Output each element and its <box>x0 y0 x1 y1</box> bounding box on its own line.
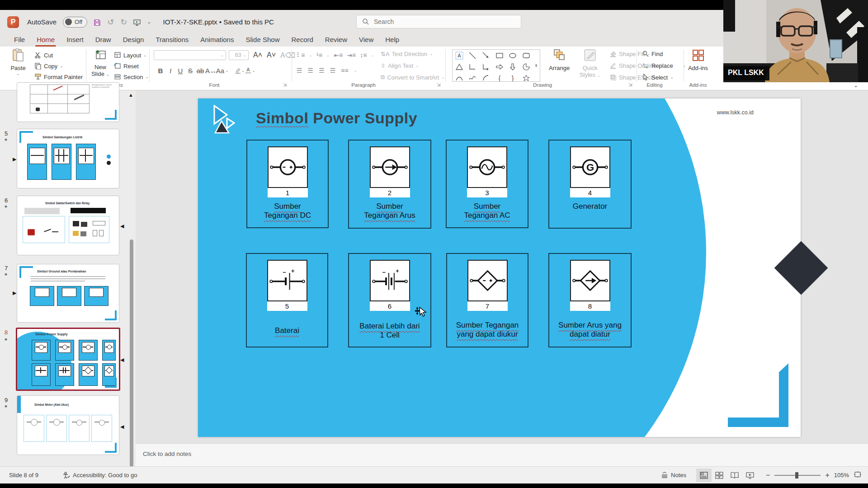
symbol-card-1[interactable]: 1 SumberTegangan DC <box>246 140 329 228</box>
replace-button[interactable]: bc Replace⌄ <box>642 61 686 70</box>
change-case-chevron[interactable]: ⌄ <box>225 68 229 73</box>
shape-oval[interactable] <box>509 52 517 60</box>
shape-textbox[interactable]: A <box>455 52 463 60</box>
clear-formatting-button[interactable]: A⌫ <box>280 51 295 60</box>
search-input[interactable]: Search <box>356 15 521 28</box>
tab-review[interactable]: Review <box>319 36 353 47</box>
shape-elbow-arrow-connector[interactable] <box>482 63 490 71</box>
align-right-button[interactable]: ☰ <box>319 67 325 74</box>
tab-home[interactable]: Home <box>31 36 61 47</box>
shrink-font-button[interactable]: A˅ <box>267 51 276 59</box>
tab-design[interactable]: Design <box>117 36 150 47</box>
format-painter-button[interactable]: Format Painter <box>34 72 83 82</box>
shape-right-brace[interactable]: } <box>509 74 517 82</box>
tab-transitions[interactable]: Transitions <box>150 36 194 47</box>
find-button[interactable]: Find <box>642 49 663 59</box>
shape-arc[interactable] <box>482 74 490 82</box>
start-slideshow-icon[interactable] <box>133 18 141 26</box>
notes-placeholder[interactable]: Click to add notes <box>143 450 191 457</box>
scroll-up-icon[interactable]: ▲ <box>128 92 133 98</box>
justify-button[interactable]: ☰ <box>330 67 336 74</box>
columns-button[interactable]: ≡≡ <box>341 67 348 74</box>
symbol-card-6[interactable]: −+ 6 Baterai Lebih dari1 Cell <box>348 253 431 347</box>
slide-canvas[interactable]: Simbol Power Supply www.lskk.co.id 1 Sum… <box>198 99 801 437</box>
arrange-button[interactable]: Arrange <box>546 48 572 71</box>
font-size-combobox[interactable]: 63⌄ <box>229 50 249 60</box>
shape-triangle[interactable] <box>455 63 463 71</box>
slide-thumbnail-4[interactable]: Menggambarkan sebuah komponen elektronik… <box>17 82 119 122</box>
save-icon[interactable] <box>94 18 101 26</box>
select-button[interactable]: Select⌄ <box>642 72 674 82</box>
convert-smartart-button[interactable]: ⧉ Convert to SmartArt⌄ <box>381 72 445 82</box>
thumbnail-scrollbar[interactable] <box>130 239 133 483</box>
reading-view-button[interactable] <box>727 469 742 482</box>
customize-qat-icon[interactable]: ⌄ <box>147 19 151 24</box>
addins-button[interactable]: Add-ins <box>685 48 711 71</box>
paragraph-dialog-launcher[interactable]: ⇲ <box>437 82 440 87</box>
slide-thumbnail-8-selected[interactable]: Simbol Power Supply <box>16 328 120 391</box>
symbol-card-2[interactable]: 2 SumberTegangan Arus <box>348 140 431 229</box>
shape-partial-circle[interactable] <box>522 63 530 71</box>
italic-button[interactable]: I <box>165 67 175 75</box>
document-title[interactable]: IOT-X-7-SKE.pptx • Saved to this PC <box>163 18 274 26</box>
shape-curve[interactable] <box>455 74 463 82</box>
tab-draw[interactable]: Draw <box>90 36 117 47</box>
slide-thumbnail-7[interactable]: Simbol Ground atau Pentanahan <box>17 264 119 323</box>
shape-arrow-right[interactable] <box>495 63 504 71</box>
fit-slide-button[interactable] <box>854 471 862 479</box>
numbering-button[interactable]: ¹≡ <box>316 52 322 59</box>
notes-pane[interactable]: Click to add notes <box>136 443 868 466</box>
shape-arrow-down[interactable] <box>509 63 517 71</box>
shape-line[interactable] <box>468 52 476 60</box>
character-spacing-icon[interactable]: A↔ <box>205 67 215 75</box>
strikethrough-button[interactable]: S <box>185 67 195 75</box>
shape-arrow-line[interactable] <box>482 52 490 60</box>
symbol-card-7[interactable]: 7 Sumber Teganganyang dapat diukur <box>446 253 528 347</box>
redo-icon[interactable]: ↻ <box>120 18 127 26</box>
tab-record[interactable]: Record <box>285 36 319 47</box>
tab-insert[interactable]: Insert <box>61 36 90 47</box>
slide-thumbnail-6[interactable]: Simbol Saklar/Switch dan Relay <box>17 196 119 255</box>
bold-button[interactable]: B <box>156 67 165 75</box>
shape-rounded-rectangle[interactable] <box>522 52 530 60</box>
highlight-color-button[interactable] <box>234 67 241 75</box>
font-name-combobox[interactable]: ⌄ <box>154 50 226 60</box>
layout-button[interactable]: Layout⌄ <box>114 50 147 60</box>
collapse-ribbon-chevron[interactable]: ⌄ <box>854 82 858 89</box>
copy-button[interactable]: Copy ⌄ <box>34 61 63 71</box>
shape-rectangle[interactable] <box>495 52 504 60</box>
align-left-button[interactable]: ☰ <box>297 67 302 74</box>
slide-indicator[interactable]: Slide 8 of 9 <box>9 472 38 479</box>
cut-button[interactable]: Cut <box>34 50 53 60</box>
shape-elbow-connector[interactable] <box>468 63 476 71</box>
shapes-gallery[interactable]: A { } <box>452 49 533 82</box>
slide-thumbnail-9[interactable]: Simbol Meter (Alat Ukur) <box>17 395 119 455</box>
slide-thumbnail-5[interactable]: Simbol Sambungan Listrik <box>17 129 119 188</box>
text-direction-button[interactable]: ⇅A Text Direction⌄ <box>381 49 433 59</box>
tab-file[interactable]: File <box>8 36 31 47</box>
powerpoint-app-icon[interactable]: P <box>7 16 19 28</box>
symbol-card-4[interactable]: G 4 Generator <box>548 140 632 229</box>
change-case-button[interactable]: Aa <box>215 67 225 75</box>
align-text-button[interactable]: ⇳ Align Text⌄ <box>381 61 419 70</box>
slide-title[interactable]: Simbol Power Supply <box>256 109 417 127</box>
tab-animations[interactable]: Animations <box>194 36 240 47</box>
symbol-card-5[interactable]: −+ 5 Baterai <box>246 253 328 347</box>
paste-dropdown-chevron[interactable]: ⌄ <box>6 71 30 76</box>
accessibility-checker[interactable]: Accessibility: Good to go <box>62 472 137 479</box>
undo-icon[interactable]: ↺ <box>107 18 114 26</box>
symbol-card-8[interactable]: 8 Sumber Arus yangdapat diatur <box>548 253 632 347</box>
zoom-slider[interactable] <box>774 475 821 476</box>
font-color-button[interactable]: A <box>245 67 252 75</box>
new-slide-button[interactable]: New Slide ⌄ <box>89 48 112 77</box>
tab-help[interactable]: Help <box>379 36 405 47</box>
shape-star[interactable] <box>522 74 530 82</box>
decrease-indent-button[interactable]: ⇤≡ <box>334 52 343 59</box>
bullets-button[interactable]: ⠇≡ <box>297 52 305 59</box>
normal-view-button[interactable] <box>696 469 712 482</box>
reset-button[interactable]: Reset <box>114 61 139 71</box>
subscript-icon[interactable]: ab <box>195 67 205 75</box>
symbol-card-3[interactable]: 3 SumberTegangan AC <box>446 140 528 228</box>
zoom-slider-handle[interactable] <box>795 472 798 479</box>
paste-button[interactable]: Paste ⌄ <box>6 48 30 76</box>
